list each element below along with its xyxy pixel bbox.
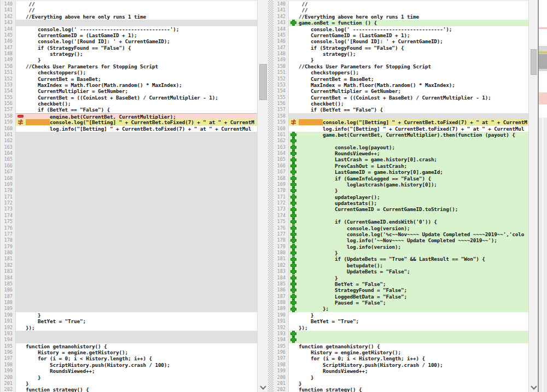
code-line-body[interactable] <box>289 213 528 219</box>
code-line[interactable]: 168 <box>1 175 257 182</box>
code-line-body[interactable]: MaxIndex = Math.floor(Math.random() * Ma… <box>289 82 528 88</box>
code-line-body[interactable]: console.log('[Round ID]: ' + CurrentGame… <box>16 38 257 44</box>
code-line-body[interactable]: function getnanohistory() { <box>16 343 257 349</box>
code-line-body[interactable]: }); <box>16 325 257 331</box>
code-line[interactable]: 190 } <box>274 312 528 318</box>
code-line[interactable]: 171 <box>1 194 257 200</box>
code-line-body[interactable]: if (UpdateBets == "True" && LastResult =… <box>289 256 528 262</box>
code-line[interactable]: 164 <box>1 150 257 156</box>
code-line-body[interactable]: console.log('[Round ID]: ' + CurrentGame… <box>289 38 528 44</box>
right-vertical-scrollbar[interactable] <box>528 0 538 392</box>
code-line[interactable]: 195function getnanohistory() { <box>1 343 257 349</box>
code-line[interactable]: 195function getnanohistory() { <box>274 343 528 349</box>
code-line[interactable]: 142//Everything above here only runs 1 t… <box>1 14 257 20</box>
code-line[interactable]: 180 } <box>274 250 528 256</box>
code-line-body[interactable]: RoundsViewed++; <box>16 368 257 374</box>
code-line[interactable]: 173 <box>1 206 257 212</box>
code-line[interactable]: 188 Paused = "False"; <box>274 300 528 306</box>
code-line[interactable]: 160 log.info("[Betting] " + CurrentBet.t… <box>274 126 528 132</box>
code-line-body[interactable]: } <box>16 375 257 381</box>
code-line-body[interactable]: }); <box>289 325 528 331</box>
code-line[interactable]: 191 BetYet = "True"; <box>274 318 528 324</box>
code-line[interactable]: 144 console.log(' ----------------------… <box>1 26 257 32</box>
code-line-body[interactable]: strategy(); <box>16 51 257 57</box>
code-line[interactable]: 155 CurrentBet = ((CoinLost + BaseBet) /… <box>1 95 257 101</box>
code-line[interactable]: 156 checkbet(); <box>1 101 257 107</box>
code-line[interactable]: 179 log.info(version); <box>274 244 528 250</box>
code-line[interactable]: 157 if (BetYet == "False") { <box>274 107 528 113</box>
code-line[interactable]: 160 log.info("[Betting] " + CurrentBet.t… <box>1 126 257 132</box>
code-line[interactable]: 183 UpdateBets = "False"; <box>274 268 528 274</box>
code-line-body[interactable] <box>16 225 257 231</box>
code-line[interactable]: 189 }; <box>274 306 528 312</box>
code-line-body[interactable]: function getnanohistory() { <box>289 343 528 349</box>
code-line[interactable]: 146 console.log('[Round ID]: ' + Current… <box>1 38 257 44</box>
code-line[interactable]: 156 checkbet(); <box>274 101 528 107</box>
code-line-body[interactable]: function strategy() { <box>16 387 257 392</box>
code-line[interactable]: 191 BetYet = "True"; <box>1 318 257 324</box>
code-line[interactable]: 141 // <box>1 7 257 13</box>
code-line-body[interactable] <box>16 213 257 219</box>
code-line-body[interactable]: log.info('~~Nov~~~~ Update Completed ~~~… <box>289 237 528 243</box>
code-line[interactable]: 173 CurrentGameID = CurrentGameID.toStri… <box>274 206 528 212</box>
code-line-body[interactable]: if (StrategyFound == "False") { <box>289 45 528 51</box>
code-line[interactable]: 152 CurrentBet = BaseBet; <box>1 76 257 82</box>
code-line-body[interactable]: } <box>289 275 528 281</box>
code-line-body[interactable]: if (CurrentGameID.endsWith('0')) { <box>289 219 528 225</box>
code-line-body[interactable]: updatestats(); <box>289 200 528 206</box>
code-line[interactable]: 159 console.log("[Betting] " + CurrentBe… <box>274 119 528 125</box>
code-line[interactable]: 183 <box>1 268 257 274</box>
code-line[interactable]: 141 // <box>274 7 528 13</box>
code-line[interactable]: 158 engine.bet(CurrentBet, CurrentMultip… <box>1 113 257 119</box>
code-line[interactable]: 200 } <box>274 375 528 381</box>
code-line-body[interactable] <box>16 182 257 188</box>
code-line[interactable]: 151 checkstoppers(); <box>274 69 528 75</box>
code-line[interactable]: 193 <box>1 331 257 337</box>
code-line-body[interactable]: BetYet = "True"; <box>289 318 528 324</box>
code-line[interactable]: 164 RoundsViewed++; <box>274 150 528 156</box>
code-line-body[interactable]: game.bet(CurrentBet, CurrentMultiplier).… <box>289 132 528 138</box>
code-line-body[interactable] <box>16 237 257 243</box>
code-line[interactable]: 172 updatestats(); <box>274 200 528 206</box>
code-line-body[interactable] <box>16 138 257 144</box>
code-line-body[interactable]: // <box>289 7 528 13</box>
code-line-body[interactable]: log.info("[Betting] " + CurrentBet.toFix… <box>16 126 257 132</box>
code-line-body[interactable] <box>16 294 257 300</box>
code-line-body[interactable] <box>16 337 257 343</box>
code-line[interactable]: 197 for (i = 0; i < History.length; i++)… <box>1 355 257 361</box>
code-line[interactable]: 200 } <box>1 375 257 381</box>
code-line-body[interactable]: // <box>16 1 257 7</box>
code-line[interactable]: 162 <box>274 138 528 144</box>
code-line[interactable]: 163 console.log(payout); <box>274 144 528 150</box>
code-line[interactable]: 182 betupdate(); <box>274 262 528 268</box>
code-line-body[interactable]: Paused = "False"; <box>289 300 528 306</box>
code-line[interactable]: 157 if (BetYet == "False") { <box>1 107 257 113</box>
code-line[interactable]: 194 <box>1 337 257 343</box>
left-file-pane[interactable]: 140 //141 //142//Everything above here o… <box>1 1 257 392</box>
code-line[interactable]: 181 <box>1 256 257 262</box>
code-line[interactable]: 176 <box>1 225 257 231</box>
code-line[interactable]: 202function strategy() { <box>274 387 528 392</box>
code-line-body[interactable] <box>16 244 257 250</box>
code-line-body[interactable] <box>16 281 257 287</box>
code-line[interactable]: 170 <box>1 188 257 194</box>
code-line[interactable]: 188 <box>1 300 257 306</box>
code-line-body[interactable]: } <box>16 381 257 387</box>
code-line-body[interactable]: // <box>289 1 528 7</box>
code-line[interactable]: 169 <box>1 182 257 188</box>
code-line-body[interactable] <box>16 188 257 194</box>
code-line[interactable]: 189 <box>1 306 257 312</box>
code-line-body[interactable]: if (BetYet == "False") { <box>16 107 257 113</box>
code-line-body[interactable]: History = engine.getHistory(); <box>289 349 528 355</box>
code-line-body[interactable]: for (i = 0; i < History.length; i++) { <box>289 355 528 361</box>
code-line[interactable]: 140 // <box>1 1 257 7</box>
code-line[interactable]: 167 LastGameID = game.history[0].gameId; <box>274 169 528 175</box>
code-line-body[interactable]: function strategy() { <box>289 387 528 392</box>
left-scrollbar-thumb[interactable] <box>259 64 267 100</box>
code-line-body[interactable]: BetYet = "True"; <box>16 318 257 324</box>
code-line-body[interactable] <box>16 175 257 182</box>
code-line-body[interactable]: } <box>289 250 528 256</box>
code-line[interactable]: 175 <box>1 219 257 225</box>
code-line-body[interactable]: } <box>289 188 528 194</box>
code-line-body[interactable] <box>16 194 257 200</box>
